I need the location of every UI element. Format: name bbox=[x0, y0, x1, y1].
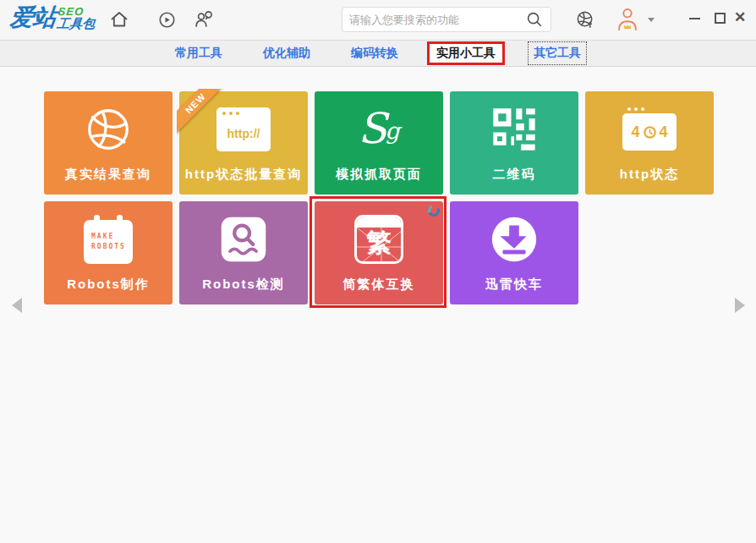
feedback-icon[interactable] bbox=[193, 8, 215, 30]
logo-text-cn: 爱站 bbox=[9, 6, 58, 30]
tile-robots-maker[interactable]: MAKE ROBOTS Robots制作 bbox=[44, 201, 173, 304]
tile-label: 二维码 bbox=[493, 167, 536, 195]
tile-label: 简繁体互换 bbox=[343, 277, 415, 304]
tile-thunder-express[interactable]: 迅雷快车 bbox=[450, 201, 578, 304]
tile-real-result-query[interactable]: 真实结果查询 bbox=[44, 91, 173, 195]
traditional-simplified-icon: 繁 bbox=[315, 201, 443, 277]
title-bar: 爱站 SEO 工具包 bbox=[0, 0, 756, 40]
browser-404-icon: 4 4 bbox=[585, 91, 714, 167]
pager-left-icon[interactable] bbox=[12, 298, 22, 313]
tile-simulate-page-fetch[interactable]: Sg 模拟抓取页面 bbox=[315, 91, 443, 195]
search-icon[interactable] bbox=[525, 10, 544, 29]
tile-http-status[interactable]: 4 4 http状态 bbox=[585, 91, 714, 195]
tab-bar: 常用工具 优化辅助 编码转换 实用小工具 其它工具 bbox=[0, 40, 756, 67]
caret-down-icon[interactable] bbox=[648, 18, 655, 22]
basketball-icon bbox=[44, 91, 173, 167]
search-box bbox=[342, 7, 551, 32]
minimize-button[interactable] bbox=[689, 18, 700, 19]
download-icon bbox=[450, 201, 578, 277]
make-robots-icon: MAKE ROBOTS bbox=[44, 201, 173, 277]
tile-label: http状态 bbox=[620, 167, 679, 195]
pager-right-icon[interactable] bbox=[735, 298, 745, 313]
maximize-button[interactable] bbox=[715, 13, 726, 24]
tile-label: 真实结果查询 bbox=[65, 167, 151, 195]
tab-utility-tools-annotated[interactable]: 实用小工具 bbox=[427, 41, 505, 65]
tile-label: http状态批量查询 bbox=[185, 167, 302, 195]
close-button[interactable]: ✕ bbox=[734, 9, 746, 26]
app-window: 爱站 SEO 工具包 bbox=[0, 0, 756, 543]
tile-http-status-batch-query[interactable]: NEW http:// http状态批量查询 bbox=[179, 91, 308, 195]
tile-label: 模拟抓取页面 bbox=[336, 167, 422, 195]
tile-robots-checker[interactable]: Robots检测 bbox=[179, 201, 308, 304]
tab-optimization-aid[interactable]: 优化辅助 bbox=[258, 42, 315, 64]
tile-qr-code[interactable]: 二维码 bbox=[450, 91, 578, 195]
qr-code-icon bbox=[450, 91, 578, 167]
tab-encoding-convert[interactable]: 编码转换 bbox=[346, 42, 403, 64]
user-avatar-icon[interactable] bbox=[616, 7, 638, 33]
browser-http-icon: http:// bbox=[179, 91, 308, 167]
tab-common-tools[interactable]: 常用工具 bbox=[170, 42, 227, 64]
tile-simplified-traditional-convert[interactable]: 繁 简繁体互换 bbox=[315, 201, 443, 304]
logo-text-suffix: 工具包 bbox=[57, 17, 96, 30]
network-plugin-icon[interactable] bbox=[574, 8, 596, 30]
tile-label: Robots制作 bbox=[67, 277, 150, 304]
tile-label: 迅雷快车 bbox=[485, 277, 543, 304]
search-input[interactable] bbox=[349, 14, 525, 26]
sg-script-icon: Sg bbox=[315, 91, 443, 167]
update-play-icon[interactable] bbox=[156, 8, 178, 30]
tile-label: Robots检测 bbox=[202, 277, 285, 304]
tab-other-tools[interactable]: 其它工具 bbox=[529, 42, 586, 64]
app-logo: 爱站 SEO 工具包 bbox=[9, 6, 97, 30]
home-icon[interactable] bbox=[108, 8, 130, 30]
robots-check-icon bbox=[179, 201, 308, 277]
